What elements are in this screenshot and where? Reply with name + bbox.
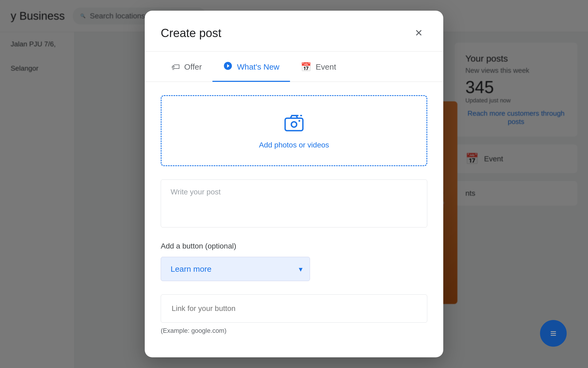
modal-backdrop: Create post ✕ 🏷 Offer What's New 📅 Event xyxy=(0,0,588,368)
add-button-label: Add a button (optional) xyxy=(161,242,427,250)
svg-point-2 xyxy=(299,120,300,122)
tab-event[interactable]: 📅 Event xyxy=(290,51,347,82)
post-type-tabs: 🏷 Offer What's New 📅 Event xyxy=(145,51,443,82)
close-button[interactable]: ✕ xyxy=(410,25,427,42)
button-type-select-wrapper: None Book Order online Buy Learn more Si… xyxy=(161,257,310,281)
create-post-modal: Create post ✕ 🏷 Offer What's New 📅 Event xyxy=(145,11,443,357)
svg-rect-0 xyxy=(285,118,303,131)
tab-whats-new-label: What's New xyxy=(237,62,279,71)
whats-new-icon xyxy=(223,61,233,73)
modal-body: Add photos or videos ℹ Add a button (opt… xyxy=(145,82,443,357)
event-calendar-icon: 📅 xyxy=(301,62,311,72)
link-example-text: (Example: google.com) xyxy=(161,327,427,334)
add-button-section: Add a button (optional) None Book Order … xyxy=(161,242,427,281)
photo-upload-area[interactable]: Add photos or videos xyxy=(161,95,427,166)
camera-upload-icon xyxy=(283,112,305,134)
post-textarea[interactable] xyxy=(161,179,427,227)
tab-offer-label: Offer xyxy=(184,62,202,71)
button-type-select[interactable]: None Book Order online Buy Learn more Si… xyxy=(161,257,310,281)
photo-upload-label: Add photos or videos xyxy=(259,141,329,149)
link-input-wrapper: (Example: google.com) xyxy=(161,294,427,334)
svg-point-1 xyxy=(291,122,297,127)
tab-whats-new[interactable]: What's New xyxy=(212,51,290,82)
offer-icon: 🏷 xyxy=(171,62,180,72)
modal-title: Create post xyxy=(161,26,221,40)
link-input[interactable] xyxy=(161,294,427,323)
post-textarea-wrapper: ℹ xyxy=(161,179,427,229)
tab-event-label: Event xyxy=(316,62,336,71)
modal-header: Create post ✕ xyxy=(145,11,443,51)
tab-offer[interactable]: 🏷 Offer xyxy=(161,51,212,82)
close-icon: ✕ xyxy=(415,27,423,39)
